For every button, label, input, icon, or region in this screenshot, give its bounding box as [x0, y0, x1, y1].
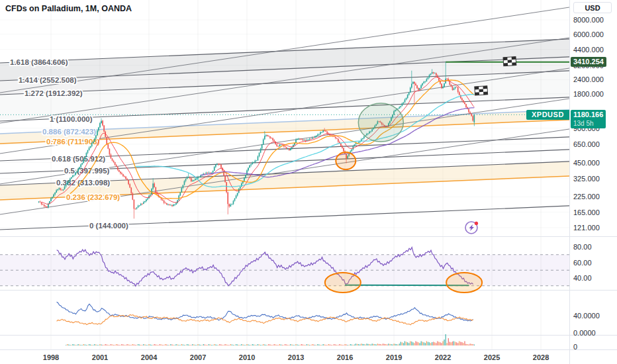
time-axis-label: 2013	[288, 353, 304, 361]
price-line-badge: 3410.254	[571, 57, 606, 67]
time-axis-label: 2025	[484, 353, 500, 361]
indicator-line-orange	[57, 315, 473, 325]
currency-button[interactable]: USD	[573, 2, 612, 13]
rsi-highlight-ellipse	[446, 273, 482, 293]
highlight-ellipse-green	[358, 103, 403, 142]
time-axis-label: 2007	[190, 353, 206, 361]
checkered-flag-icon[interactable]	[475, 86, 488, 95]
fib-level-label: 0.236 (232.679)	[66, 193, 120, 201]
price-axis-label: 2400.000	[573, 75, 604, 83]
fib-level-label: 0.886 (872.423)	[42, 128, 96, 136]
fib-level-label: 1.414 (2552.508)	[19, 76, 77, 84]
indicator-axis-label: 0.0000	[573, 329, 596, 337]
fib-level-label: 0.5 (397.995)	[64, 167, 110, 175]
time-axis-label: 2010	[239, 353, 255, 361]
rsi-axis-label: 40.00	[573, 274, 592, 282]
time-axis-label: 2019	[386, 353, 402, 361]
price-axis-label: 4400.000	[573, 46, 604, 54]
time-axis-label: 2004	[141, 353, 157, 361]
price-axis-label: 450.000	[573, 159, 600, 167]
price-axis-label: 325.000	[573, 175, 600, 183]
fib-level-label: 1.272 (1912.392)	[24, 89, 83, 97]
rsi-highlight-ellipse	[325, 273, 361, 293]
volume-bars-orange	[68, 341, 472, 346]
volume-bars-down	[103, 338, 473, 345]
volume-axis-label: 0	[573, 343, 577, 351]
checkered-flag-icon[interactable]	[503, 57, 516, 66]
bar-countdown: 13d 5h	[573, 119, 603, 128]
price-axis-label: 1800.000	[573, 90, 604, 98]
highlight-circle-orange	[336, 152, 356, 169]
volume-bars-up	[66, 334, 475, 345]
chart-canvas[interactable]: 1.618 (3864.606)1.414 (2552.508)1.272 (1…	[0, 0, 617, 364]
price-axis-label: 165.000	[573, 208, 600, 216]
time-axis-label: 2016	[337, 353, 353, 361]
price-axis-label: 225.000	[573, 193, 600, 201]
indicator-axis-label: 40.0000	[573, 312, 600, 320]
chart-window: 1.618 (3864.606)1.414 (2552.508)1.272 (1…	[0, 0, 617, 364]
indicator-line-blue	[57, 302, 473, 321]
fib-level-label: 1.618 (3864.606)	[10, 58, 68, 66]
fib-level-label: 1 (1100.000)	[50, 115, 93, 123]
price-axis-label: 121.000	[573, 224, 600, 232]
price-axis-label: 6000.000	[573, 30, 604, 38]
last-price-value: 1180.166	[573, 111, 603, 119]
time-axis-label: 2028	[533, 353, 549, 361]
rsi-axis-label: 60.00	[573, 259, 592, 267]
price-axis-label: 650.000	[573, 140, 600, 148]
symbol-price-label: XPDUSD	[526, 110, 569, 120]
price-line-badge-value: 3410.254	[573, 58, 604, 66]
time-axis-label: 2001	[92, 353, 108, 361]
fib-level-label: 0 (144.000)	[89, 222, 128, 230]
price-axis-label: 8000.000	[573, 16, 604, 24]
symbol-title: CFDs on Palladium, 1M, OANDA	[5, 4, 132, 13]
symbol-price-badge: 1180.166 13d 5h	[571, 110, 606, 128]
time-axis-label: 2022	[435, 353, 451, 361]
time-axis-label: 1998	[43, 353, 59, 361]
rsi-axis-label: 80.00	[573, 243, 592, 251]
